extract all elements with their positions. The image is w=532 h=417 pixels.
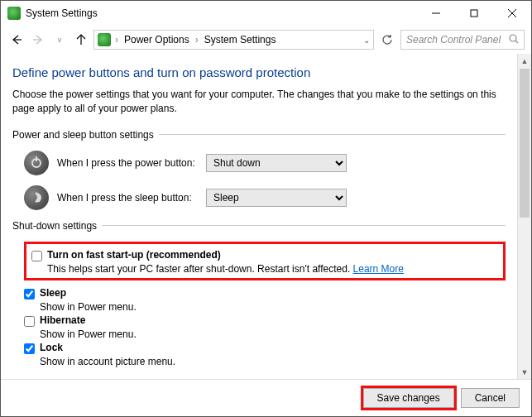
scroll-up-arrow[interactable]: ▲ (518, 54, 531, 68)
learn-more-link[interactable]: Learn More (353, 263, 404, 275)
chevron-right-icon: › (113, 34, 121, 46)
power-button-label: When I press the power button: (57, 157, 198, 169)
scroll-thumb[interactable] (520, 69, 530, 218)
minimize-button[interactable] (417, 1, 455, 26)
hibernate-desc: Show in Power menu. (40, 328, 506, 340)
sleep-checkbox[interactable] (24, 289, 35, 300)
search-icon (509, 34, 519, 46)
breadcrumb-item[interactable]: System Settings (203, 34, 278, 46)
maximize-button[interactable] (455, 1, 493, 26)
hibernate-checkbox[interactable] (24, 316, 35, 327)
page-title: Define power buttons and turn on passwor… (12, 65, 506, 79)
fast-startup-label: Turn on fast start-up (recommended) (47, 249, 221, 261)
footer: Save changes Cancel (1, 379, 531, 416)
breadcrumb-item[interactable]: Power Options (122, 34, 191, 46)
sleep-desc: Show in Power menu. (40, 301, 506, 313)
search-placeholder: Search Control Panel (406, 34, 501, 46)
up-button[interactable] (72, 31, 90, 49)
breadcrumb[interactable]: › Power Options › System Settings ⌄ (93, 30, 374, 50)
scrollbar[interactable]: ▲ ▼ (517, 54, 531, 379)
titlebar: System Settings (1, 1, 531, 26)
breadcrumb-icon (98, 33, 111, 46)
back-button[interactable] (7, 31, 26, 49)
fast-startup-highlight: Turn on fast start-up (recommended) This… (24, 242, 506, 280)
power-icon (24, 151, 49, 175)
recent-dropdown[interactable]: v (50, 31, 69, 49)
chevron-down-icon[interactable]: ⌄ (363, 36, 370, 45)
lock-desc: Show in account picture menu. (40, 356, 506, 367)
chevron-right-icon: › (193, 34, 201, 46)
window: System Settings v › Power Options › Syst… (0, 0, 532, 417)
page-description: Choose the power settings that you want … (12, 88, 506, 116)
hibernate-label: Hibernate (40, 314, 85, 326)
search-input[interactable]: Search Control Panel (400, 30, 525, 50)
svg-rect-1 (471, 10, 477, 17)
svg-point-7 (510, 35, 516, 41)
scroll-down-arrow[interactable]: ▼ (518, 365, 531, 379)
cancel-button[interactable]: Cancel (461, 388, 520, 408)
forward-button[interactable] (29, 31, 47, 49)
fast-startup-checkbox[interactable] (31, 251, 42, 261)
power-button-row: When I press the power button: Shut down (24, 151, 506, 175)
content-area: Define power buttons and turn on passwor… (1, 54, 517, 379)
window-controls (417, 1, 531, 26)
sleep-icon (24, 185, 49, 210)
lock-checkbox[interactable] (24, 343, 35, 354)
refresh-button[interactable] (377, 30, 397, 50)
sleep-button-row: When I press the sleep button: Sleep (24, 185, 506, 210)
close-button[interactable] (493, 1, 531, 26)
sleep-button-select[interactable]: Sleep (206, 189, 347, 207)
svg-line-8 (515, 41, 518, 43)
sleep-label: Sleep (40, 287, 66, 299)
lock-label: Lock (40, 342, 63, 353)
toolbar: v › Power Options › System Settings ⌄ Se… (1, 26, 531, 54)
app-icon (7, 7, 21, 20)
sleep-button-label: When I press the sleep button: (57, 192, 198, 204)
window-title: System Settings (26, 7, 417, 19)
fast-startup-desc: This helps start your PC faster after sh… (47, 263, 498, 275)
save-button[interactable]: Save changes (363, 388, 454, 408)
power-button-select[interactable]: Shut down (206, 154, 347, 172)
section-header-shutdown: Shut-down settings (12, 220, 506, 232)
section-header-power: Power and sleep button settings (12, 129, 506, 141)
